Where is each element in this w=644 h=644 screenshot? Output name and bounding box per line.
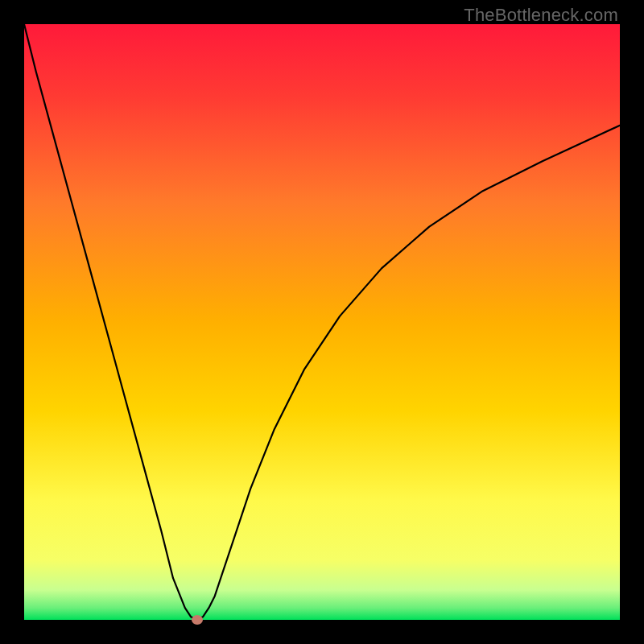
chart-svg (24, 24, 620, 620)
watermark-text: TheBottleneck.com (464, 5, 618, 26)
minimum-marker-dot (192, 615, 203, 625)
gradient-background (24, 24, 620, 620)
plot-area (24, 24, 620, 620)
